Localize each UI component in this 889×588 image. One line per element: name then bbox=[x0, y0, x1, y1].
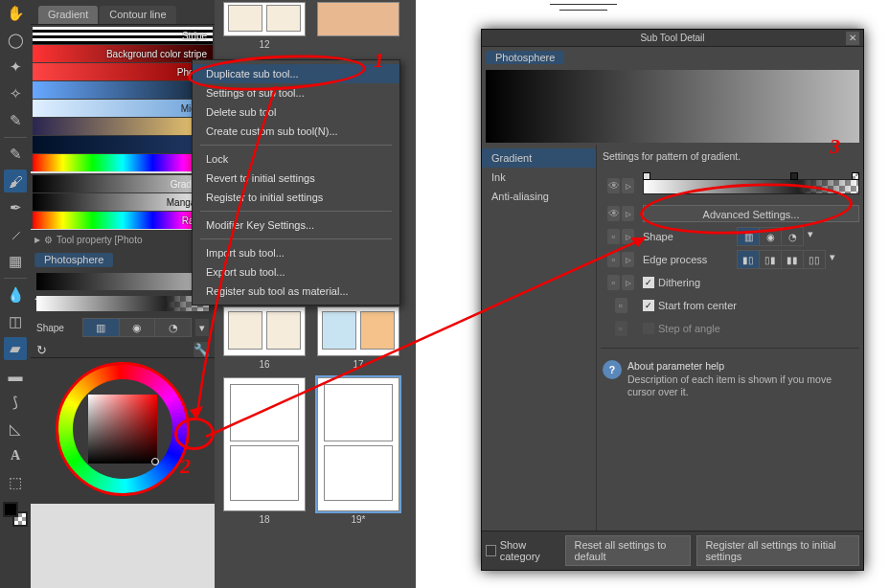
tp-shape-linear[interactable]: ▥ bbox=[83, 319, 119, 336]
grad-row-bg-stripe[interactable]: Background color stripe bbox=[33, 45, 213, 62]
color-swatch-pair[interactable] bbox=[3, 502, 28, 527]
tool-property-preview bbox=[36, 273, 209, 290]
grad-row-photosphere[interactable]: Photos bbox=[33, 63, 213, 80]
expand-handle-icon[interactable]: ▹ bbox=[622, 229, 634, 244]
shape-ellipse[interactable]: ◔ bbox=[782, 228, 803, 245]
thumb-caption: 19* bbox=[351, 514, 365, 525]
shape-more-icon[interactable]: ▾ bbox=[808, 228, 823, 245]
edge-more-icon[interactable]: ▾ bbox=[830, 251, 845, 268]
ctx-revert[interactable]: Revert to initial settings bbox=[193, 169, 399, 188]
ctx-lock[interactable]: Lock bbox=[193, 149, 399, 169]
blend-tool-icon[interactable]: 💧 bbox=[4, 283, 27, 306]
brush-tool-icon[interactable]: 🖌 bbox=[4, 170, 27, 192]
tp-wrench-button[interactable]: 🔧 bbox=[194, 342, 209, 357]
grad-row-gradient[interactable]: Gradient bbox=[33, 175, 213, 192]
gradient-stop[interactable] bbox=[643, 172, 650, 180]
line-tool-icon[interactable]: ⟋ bbox=[4, 223, 27, 246]
item-handle[interactable]: ▫ bbox=[607, 229, 620, 244]
edge-opt-2[interactable]: ▯▮ bbox=[760, 251, 781, 268]
expand-handle-icon[interactable]: ▹ bbox=[622, 178, 634, 193]
edge-buttons: ▮▯ ▯▮ ▮▮ ▯▯ bbox=[737, 250, 826, 269]
item-handle[interactable]: ▫ bbox=[615, 298, 627, 313]
brush-angle-icon[interactable]: ✎ bbox=[4, 143, 27, 166]
expand-handle-icon[interactable]: ▹ bbox=[622, 206, 634, 221]
advanced-settings-button[interactable]: Advanced Settings... bbox=[643, 205, 859, 222]
grad-row-stripe[interactable]: Stripe bbox=[33, 27, 213, 44]
ctx-register-init[interactable]: Register to initial settings bbox=[193, 188, 399, 207]
dithering-checkbox[interactable]: ✓ bbox=[643, 277, 654, 288]
step-angle-checkbox[interactable] bbox=[643, 323, 654, 334]
thumb-page[interactable]: 19* bbox=[314, 377, 402, 525]
hand-tool-icon[interactable]: ✋ bbox=[4, 2, 27, 25]
ctx-register-material[interactable]: Register sub tool as material... bbox=[193, 282, 399, 301]
shape-radial[interactable]: ◉ bbox=[760, 228, 781, 245]
tab-gradient[interactable]: Gradient bbox=[38, 6, 98, 24]
sidebar-item-ink[interactable]: Ink bbox=[482, 168, 596, 187]
thumb-page[interactable]: 12 bbox=[220, 2, 308, 50]
gradient-stop[interactable] bbox=[790, 172, 798, 180]
gear-icon[interactable]: ⚙ bbox=[44, 235, 53, 245]
airbrush-tool-icon[interactable]: ✒ bbox=[4, 196, 27, 219]
subtool-tabs: Gradient Contour line bbox=[31, 0, 215, 25]
color-wheel[interactable] bbox=[56, 362, 190, 496]
tab-contour[interactable]: Contour line bbox=[100, 6, 175, 24]
tool-property-gradient-bar[interactable] bbox=[36, 296, 209, 311]
ctx-import[interactable]: Import sub tool... bbox=[193, 243, 399, 262]
gradient-stop[interactable] bbox=[852, 172, 859, 180]
pen-tool-icon[interactable]: ✎ bbox=[4, 109, 27, 132]
ctx-delete[interactable]: Delete sub tool bbox=[193, 102, 399, 122]
tp-reload-icon[interactable]: ↻ bbox=[36, 343, 47, 357]
thumb-page[interactable] bbox=[314, 2, 402, 50]
tp-shape-more[interactable]: ▾ bbox=[195, 319, 209, 336]
gradient-editor[interactable] bbox=[643, 173, 859, 198]
thumb-page[interactable]: 17 bbox=[314, 306, 402, 370]
grad-row-sunset[interactable]: Su bbox=[33, 118, 213, 135]
grad-row-rainbow2[interactable]: Rainb bbox=[33, 212, 213, 229]
eye-toggle-icon[interactable]: 👁 bbox=[607, 178, 620, 193]
ctx-duplicate[interactable]: Duplicate sub tool... bbox=[193, 64, 399, 83]
sidebar-item-gradient[interactable]: Gradient bbox=[482, 148, 596, 168]
sidebar-item-aa[interactable]: Anti-aliasing bbox=[482, 187, 596, 206]
shape-buttons: ▥ ◉ ◔ bbox=[737, 227, 804, 246]
tp-shape-ellipse[interactable]: ◔ bbox=[155, 319, 191, 336]
close-icon[interactable]: ✕ bbox=[846, 32, 859, 45]
ctx-custom[interactable]: Create custom sub tool(N)... bbox=[193, 122, 399, 141]
item-handle[interactable]: ▫ bbox=[615, 321, 627, 336]
thumb-page[interactable]: 16 bbox=[220, 306, 308, 370]
expand-handle-icon[interactable]: ▹ bbox=[622, 275, 634, 290]
eye-toggle-icon[interactable]: 👁 bbox=[607, 206, 620, 221]
reset-settings-button[interactable]: Reset all settings to default bbox=[565, 535, 691, 566]
show-category-checkbox[interactable] bbox=[486, 545, 496, 556]
item-handle[interactable]: ▫ bbox=[607, 252, 620, 267]
grad-row-manga[interactable]: Manga gr bbox=[33, 193, 213, 211]
edge-opt-4[interactable]: ▯▯ bbox=[804, 251, 825, 268]
edge-opt-3[interactable]: ▮▮ bbox=[782, 251, 803, 268]
ctx-modifier[interactable]: Modifier Key Settings... bbox=[193, 215, 399, 235]
ctx-settings[interactable]: Settings of sub tool... bbox=[193, 83, 399, 102]
thumb-page[interactable]: 18 bbox=[220, 377, 308, 525]
shape-linear[interactable]: ▥ bbox=[738, 228, 759, 245]
sparkle-tool-icon[interactable]: ✧ bbox=[4, 82, 27, 105]
edge-opt-1[interactable]: ▮▯ bbox=[738, 251, 759, 268]
item-handle[interactable]: ▫ bbox=[607, 275, 620, 290]
register-settings-button[interactable]: Register all settings to initial setting… bbox=[696, 535, 859, 566]
lasso-tool-icon[interactable]: ◯ bbox=[4, 29, 27, 52]
shape-tool-icon[interactable]: ⬚ bbox=[4, 471, 27, 494]
ctx-export[interactable]: Export sub tool... bbox=[193, 262, 399, 282]
wand-tool-icon[interactable]: ✦ bbox=[4, 56, 27, 79]
paint-tool-icon[interactable]: ▦ bbox=[4, 250, 27, 273]
expand-handle-icon[interactable]: ▹ bbox=[622, 252, 634, 267]
gradient-tool-icon[interactable]: ▰ bbox=[4, 337, 27, 360]
grad-row-rainbow[interactable]: Ra bbox=[33, 154, 213, 171]
text-tool-icon[interactable]: A bbox=[4, 444, 27, 467]
grad-row-night[interactable]: Nig bbox=[33, 136, 213, 153]
ruler-tool-icon[interactable]: ◺ bbox=[4, 418, 27, 441]
grad-row-midday[interactable]: Midda bbox=[33, 100, 213, 117]
start-center-checkbox[interactable]: ✓ bbox=[643, 300, 654, 311]
eraser-tool-icon[interactable]: ◫ bbox=[4, 310, 27, 333]
stdet-titlebar[interactable]: Sub Tool Detail ✕ bbox=[482, 30, 863, 47]
grad-row-blue[interactable]: Bl bbox=[33, 81, 213, 99]
tp-shape-radial[interactable]: ◉ bbox=[120, 319, 155, 336]
curve-tool-icon[interactable]: ⟆ bbox=[4, 391, 27, 414]
fill-tool-icon[interactable]: ▬ bbox=[4, 364, 27, 387]
